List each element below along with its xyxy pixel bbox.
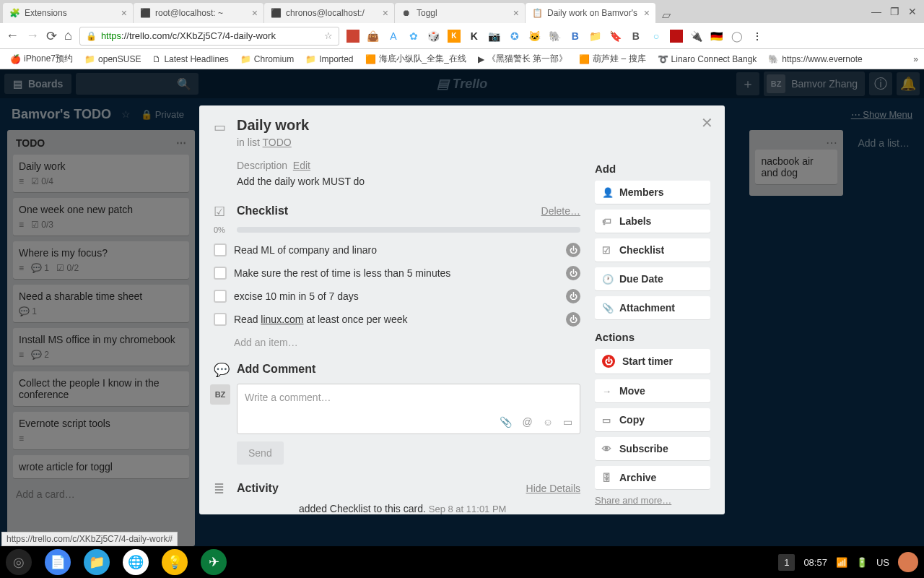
power-icon[interactable]: ⏻: [566, 289, 580, 303]
start-timer-button[interactable]: ⏻Start timer: [595, 349, 710, 374]
bookmark[interactable]: 📁openSUSE: [80, 53, 145, 66]
bookmark[interactable]: 📁Chromium: [236, 53, 298, 66]
language-indicator[interactable]: US: [876, 557, 889, 568]
ext-icon[interactable]: 🔖: [609, 30, 622, 43]
window-close-icon[interactable]: ✕: [908, 6, 917, 17]
bookmark-star-icon[interactable]: ☆: [324, 30, 333, 41]
bookmark[interactable]: ➰Linaro Connect Bangk: [653, 53, 762, 66]
browser-tab[interactable]: ⬛ root@localhost: ~ ×: [134, 3, 263, 23]
hide-details-link[interactable]: Hide Details: [526, 483, 580, 494]
bookmark-overflow-icon[interactable]: »: [913, 54, 918, 64]
ext-icon[interactable]: 📷: [488, 30, 501, 43]
description-text[interactable]: Add the daily work MUST do: [237, 176, 580, 187]
new-tab-button[interactable]: ▱: [656, 6, 676, 23]
home-icon[interactable]: ⌂: [64, 28, 72, 43]
browser-tab-active[interactable]: 📋 Daily work on Bamvor's ×: [526, 3, 655, 23]
avatar[interactable]: [898, 552, 918, 572]
bookmark[interactable]: 🟧葫芦娃 – 搜库: [575, 51, 650, 66]
ext-icon[interactable]: [670, 30, 683, 43]
power-icon[interactable]: ⏻: [566, 266, 580, 280]
power-icon[interactable]: ⏻: [566, 243, 580, 257]
close-icon[interactable]: ✕: [701, 114, 713, 131]
close-icon[interactable]: ×: [252, 7, 258, 19]
ext-icon[interactable]: [346, 30, 359, 43]
send-button[interactable]: Send: [237, 441, 284, 465]
checklist-item[interactable]: Make sure the rest of time is less than …: [214, 262, 580, 285]
labels-button[interactable]: 🏷Labels: [595, 210, 710, 233]
ext-icon[interactable]: B: [569, 30, 582, 43]
ext-icon[interactable]: 🇩🇪: [710, 30, 723, 43]
app-icon[interactable]: ✈: [201, 549, 227, 575]
members-button[interactable]: 👤Members: [595, 181, 710, 204]
back-icon[interactable]: ←: [6, 28, 19, 43]
card-icon[interactable]: ▭: [563, 416, 572, 428]
ext-icon[interactable]: K: [448, 30, 461, 43]
ext-icon[interactable]: K: [468, 30, 481, 43]
chrome-icon[interactable]: 🌐: [123, 549, 149, 575]
browser-tab[interactable]: 🧩 Extensions ×: [3, 3, 133, 23]
menu-icon[interactable]: ⋮: [751, 30, 764, 43]
checklist-item[interactable]: Read ML of company and linaro ⏻: [214, 238, 580, 262]
checkbox[interactable]: [214, 313, 227, 326]
ext-icon[interactable]: 🐘: [549, 30, 562, 43]
minimize-icon[interactable]: —: [871, 6, 881, 17]
wifi-icon[interactable]: 📶: [836, 557, 847, 568]
battery-icon[interactable]: 🔋: [856, 557, 868, 568]
launcher-icon[interactable]: ◎: [6, 549, 32, 575]
edit-link[interactable]: Edit: [293, 160, 310, 171]
subscribe-button[interactable]: 👁Subscribe: [595, 437, 710, 460]
bookmark[interactable]: 🐘https://www.evernote: [764, 53, 866, 66]
due-date-button[interactable]: 🕐Due Date: [595, 267, 710, 290]
browser-tab[interactable]: ⬛ chronos@localhost:/ ×: [264, 3, 394, 23]
reload-icon[interactable]: ⟳: [46, 28, 57, 44]
ext-icon[interactable]: 🎲: [427, 30, 440, 43]
ext-icon[interactable]: B: [629, 30, 642, 43]
list-link[interactable]: TODO: [263, 137, 292, 148]
copy-button[interactable]: ▭Copy: [595, 408, 710, 431]
attachment-icon[interactable]: 📎: [500, 416, 512, 428]
add-checklist-item[interactable]: Add an item…: [234, 331, 580, 360]
checklist-button[interactable]: ☑Checklist: [595, 238, 710, 262]
ext-icon[interactable]: 🔌: [690, 30, 703, 43]
bookmark[interactable]: 🟧海底小纵队_全集_在线: [361, 51, 471, 66]
maximize-icon[interactable]: ❐: [890, 6, 899, 17]
power-icon[interactable]: ⏻: [566, 312, 580, 327]
ext-icon[interactable]: A: [387, 30, 400, 43]
ext-icon[interactable]: ✪: [508, 30, 521, 43]
notification-count[interactable]: 1: [778, 554, 795, 571]
bookmark[interactable]: 🍎iPhone7预约: [6, 51, 77, 66]
browser-tab[interactable]: ⏺ Toggl ×: [395, 3, 525, 23]
ext-icon[interactable]: ✿: [407, 30, 420, 43]
mention-icon[interactable]: @: [522, 416, 532, 428]
move-button[interactable]: →Move: [595, 379, 710, 402]
checklist-item[interactable]: excise 10 min in 5 of 7 days ⏻: [214, 285, 580, 308]
bookmark[interactable]: ▶《黑猫警长 第一部》: [474, 51, 572, 66]
close-icon[interactable]: ×: [121, 7, 127, 19]
bookmark[interactable]: 🗋Latest Headlines: [148, 53, 232, 66]
docs-icon[interactable]: 📄: [45, 549, 71, 575]
ext-icon[interactable]: ○: [650, 30, 663, 43]
modal-title[interactable]: Daily work: [237, 117, 309, 134]
attachment-button[interactable]: 📎Attachment: [595, 296, 710, 319]
close-icon[interactable]: ×: [513, 7, 519, 19]
checklist-item[interactable]: Read linux.com at least once per week ⏻: [214, 308, 580, 331]
bookmark[interactable]: 📁Imported: [301, 53, 357, 66]
close-icon[interactable]: ×: [644, 7, 650, 19]
address-bar[interactable]: 🔒 https ://trello.com /c/XKbZj5C7/4-dail…: [79, 27, 339, 46]
ext-icon[interactable]: 🐱: [528, 30, 541, 43]
ext-icon[interactable]: 📁: [589, 30, 602, 43]
comment-input[interactable]: BZ Write a comment… 📎 @ ☺ ▭: [237, 384, 580, 434]
ext-icon[interactable]: 👜: [367, 30, 380, 43]
keep-icon[interactable]: 💡: [162, 549, 188, 575]
link[interactable]: linux.com: [261, 314, 303, 325]
checkbox[interactable]: [214, 243, 227, 256]
delete-link[interactable]: Delete…: [541, 205, 580, 217]
forward-icon[interactable]: →: [26, 28, 39, 43]
ext-icon[interactable]: ◯: [731, 30, 744, 43]
share-link[interactable]: Share and more…: [595, 495, 710, 506]
checkbox[interactable]: [214, 290, 227, 303]
archive-button[interactable]: 🗄Archive: [595, 466, 710, 489]
clock[interactable]: 08:57: [803, 557, 827, 568]
checkbox[interactable]: [214, 267, 227, 280]
close-icon[interactable]: ×: [383, 7, 388, 19]
